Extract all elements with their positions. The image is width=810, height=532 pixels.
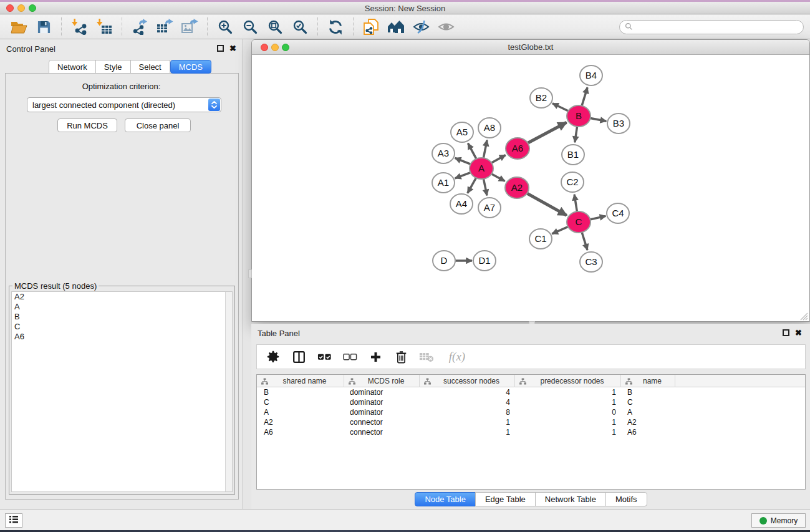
zoom-out-button[interactable] <box>238 17 263 37</box>
result-list-item[interactable]: A <box>12 302 232 312</box>
splitter-handle-left[interactable] <box>248 269 252 278</box>
tab-network[interactable]: Network <box>49 60 96 74</box>
window-resize-grip[interactable] <box>800 312 808 320</box>
column-header-label: predecessor nodes <box>540 377 604 385</box>
table-row[interactable]: Bdominator41B <box>257 387 805 397</box>
float-table-panel-icon[interactable] <box>783 329 789 336</box>
criterion-dropdown[interactable]: largest connected component (directed) <box>27 97 221 112</box>
close-panel-icon[interactable]: ✖ <box>229 44 236 53</box>
run-mcds-button[interactable]: Run MCDS <box>57 118 117 132</box>
graph-node-A3[interactable]: A3 <box>432 143 455 163</box>
network-canvas[interactable]: AA1A3A5A8A4A7A6A2BB2B4B3B1CC2C4C3C1DD1 <box>252 55 809 321</box>
zoom-fit-button[interactable] <box>263 17 287 37</box>
table-cell: 1 <box>420 427 515 437</box>
graph-node-C4[interactable]: C4 <box>607 203 629 223</box>
table-cell: connector <box>344 417 420 427</box>
tab-motifs[interactable]: Motifs <box>605 492 647 506</box>
graph-node-B1[interactable]: B1 <box>562 145 584 165</box>
svg-text:A6: A6 <box>512 143 523 153</box>
search-input[interactable] <box>636 23 798 32</box>
search-field[interactable] <box>619 20 804 34</box>
export-table-button[interactable] <box>152 17 177 37</box>
show-columns-button[interactable] <box>291 349 306 365</box>
table-cell: 8 <box>420 407 515 417</box>
column-header-label: MCDS role <box>368 377 405 385</box>
result-list-item[interactable]: C <box>12 322 232 332</box>
graph-node-A[interactable]: A <box>470 158 493 179</box>
app-titlebar[interactable]: Session: New Session <box>0 2 810 14</box>
result-list-item[interactable]: B <box>12 312 232 322</box>
float-panel-icon[interactable] <box>217 45 224 52</box>
duplicate-network-button[interactable] <box>359 17 383 37</box>
tab-select[interactable]: Select <box>130 60 170 74</box>
graph-node-C2[interactable]: C2 <box>561 172 584 192</box>
graph-node-A6[interactable]: A6 <box>506 138 529 159</box>
create-column-button[interactable] <box>368 349 383 365</box>
graph-node-B4[interactable]: B4 <box>580 65 602 85</box>
graph-node-B3[interactable]: B3 <box>607 114 630 133</box>
export-network-button[interactable] <box>127 17 152 37</box>
export-image-button[interactable] <box>177 17 202 37</box>
delete-columns-button[interactable] <box>393 349 408 365</box>
graph-node-A2[interactable]: A2 <box>505 177 529 198</box>
column-header-name[interactable]: name <box>621 375 675 387</box>
column-header-shared-name[interactable]: shared name <box>257 375 344 387</box>
graph-node-B2[interactable]: B2 <box>530 88 552 108</box>
close-table-panel-icon[interactable]: ✖ <box>795 328 802 337</box>
network-view-window[interactable]: testGlobe.txt AA1A3A5A8A4A7A6A2BB2B4B3B1… <box>251 39 810 322</box>
memory-button[interactable]: Memory <box>751 513 806 528</box>
tab-mcds[interactable]: MCDS <box>170 60 211 74</box>
svg-text:D1: D1 <box>478 255 490 266</box>
mcds-result-list[interactable]: A2ABCA6 <box>11 291 233 492</box>
result-list-item[interactable]: A2 <box>12 292 232 302</box>
table-row[interactable]: A6connector11A6 <box>257 427 805 437</box>
control-panel-title: Control Panel <box>6 44 55 54</box>
home-view-button[interactable] <box>383 17 408 37</box>
deselect-all-rows-button[interactable] <box>342 349 357 365</box>
dropdown-stepper-icon <box>208 99 220 111</box>
tab-node-table[interactable]: Node Table <box>415 492 476 506</box>
column-header-MCDS-role[interactable]: MCDS role <box>344 375 420 387</box>
tab-network-table[interactable]: Network Table <box>535 492 606 506</box>
table-cell: A2 <box>621 417 675 427</box>
graph-node-C3[interactable]: C3 <box>580 252 602 272</box>
table-mode-settings-button[interactable] <box>266 349 281 365</box>
graph-node-A8[interactable]: A8 <box>478 118 501 138</box>
result-list-scrollbar[interactable] <box>225 292 232 491</box>
tab-edge-table[interactable]: Edge Table <box>475 492 536 506</box>
open-session-button[interactable] <box>6 17 31 37</box>
graph-node-A7[interactable]: A7 <box>478 198 501 218</box>
column-header-successor-nodes[interactable]: successor nodes <box>420 375 515 387</box>
graph-node-C1[interactable]: C1 <box>529 229 552 249</box>
import-network-button[interactable] <box>67 17 92 37</box>
graph-node-D[interactable]: D <box>433 251 455 271</box>
svg-text:B3: B3 <box>613 118 624 128</box>
table-row[interactable]: A2connector11A2 <box>257 417 805 427</box>
table-row[interactable]: Adominator80A <box>257 407 805 417</box>
apply-layout-button[interactable] <box>323 17 348 37</box>
close-panel-button[interactable]: Close panel <box>125 118 191 132</box>
import-table-button[interactable] <box>92 17 117 37</box>
graph-node-A1[interactable]: A1 <box>432 173 455 193</box>
table-row[interactable]: Cdominator41C <box>257 397 805 407</box>
graph-node-D1[interactable]: D1 <box>473 251 496 271</box>
graph-node-B[interactable]: B <box>567 105 591 127</box>
column-header-predecessor-nodes[interactable]: predecessor nodes <box>515 375 621 387</box>
main-toolbar <box>0 15 810 39</box>
result-list-item[interactable]: A6 <box>12 332 232 342</box>
node-table[interactable]: shared nameMCDS rolesuccessor nodesprede… <box>256 374 806 490</box>
hide-graphics-details-button[interactable] <box>408 17 433 37</box>
task-history-button[interactable] <box>5 513 22 528</box>
tab-style[interactable]: Style <box>95 60 131 74</box>
zoom-selected-button[interactable] <box>287 17 312 37</box>
graph-node-C[interactable]: C <box>567 211 591 233</box>
select-all-rows-button[interactable] <box>317 349 332 365</box>
svg-text:C3: C3 <box>585 256 597 267</box>
network-graph[interactable]: AA1A3A5A8A4A7A6A2BB2B4B3B1CC2C4C3C1DD1 <box>252 55 809 321</box>
save-session-button[interactable] <box>31 17 56 37</box>
graph-node-A4[interactable]: A4 <box>450 194 473 214</box>
svg-text:C2: C2 <box>566 177 578 187</box>
network-window-titlebar[interactable]: testGlobe.txt <box>252 40 809 55</box>
graph-node-A5[interactable]: A5 <box>451 122 473 142</box>
zoom-in-button[interactable] <box>213 17 238 37</box>
